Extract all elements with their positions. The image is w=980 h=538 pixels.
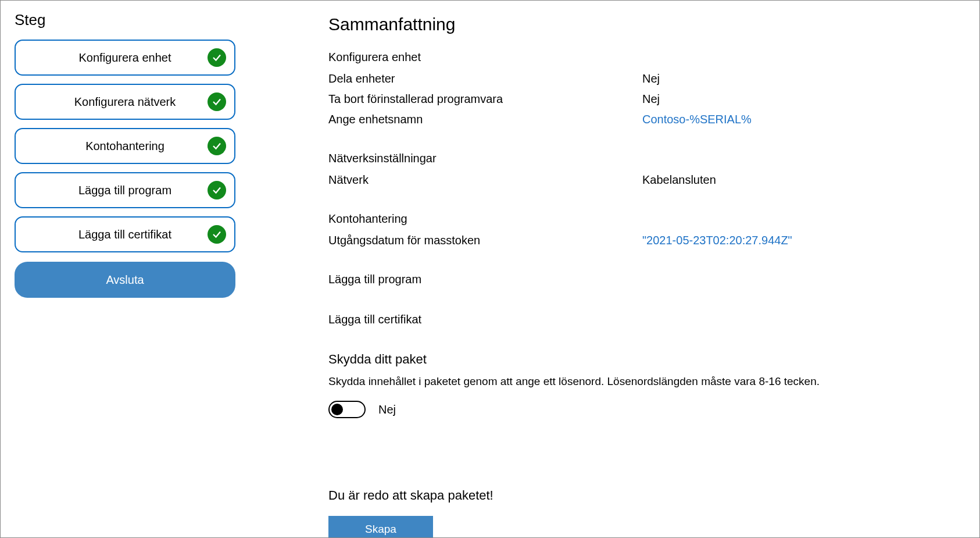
value-device-name: Contoso-%SERIAL%	[642, 113, 752, 126]
section-configure-device-title: Konfigurera enhet	[328, 51, 965, 64]
protect-package-section: Skydda ditt paket Skydda innehållet i pa…	[328, 352, 965, 418]
check-icon	[208, 48, 226, 67]
step-account-management[interactable]: Kontohantering	[15, 128, 235, 164]
step-add-programs[interactable]: Lägga till program	[15, 172, 235, 208]
row-device-name: Ange enhetsnamn Contoso-%SERIAL%	[328, 113, 965, 126]
label-remove-preinstalled: Ta bort förinstallerad programvara	[328, 92, 642, 106]
section-network-title: Nätverksinställningar	[328, 152, 965, 165]
value-remove-preinstalled: Nej	[642, 92, 660, 106]
section-add-certificates-title: Lägga till certifikat	[328, 313, 965, 326]
step-configure-device[interactable]: Konfigurera enhet	[15, 40, 235, 76]
label-device-name: Ange enhetsnamn	[328, 113, 642, 126]
protect-toggle[interactable]	[328, 401, 366, 418]
label-network: Nätverk	[328, 173, 642, 187]
step-label: Lägga till certifikat	[78, 228, 171, 241]
protect-toggle-row: Nej	[328, 401, 965, 418]
row-remove-preinstalled: Ta bort förinstallerad programvara Nej	[328, 92, 965, 106]
summary-panel: Sammanfattning Konfigurera enhet Dela en…	[328, 11, 965, 527]
row-share-devices: Dela enheter Nej	[328, 72, 965, 85]
toggle-knob	[331, 404, 343, 415]
value-token-expiry: "2021-05-23T02:20:27.944Z"	[642, 234, 792, 247]
check-icon	[208, 181, 226, 199]
value-network: Kabelansluten	[642, 173, 716, 187]
steps-heading: Steg	[15, 11, 235, 29]
check-icon	[208, 225, 226, 244]
ready-message: Du är redo att skapa paketet!	[328, 488, 965, 503]
label-share-devices: Dela enheter	[328, 72, 642, 85]
page-title: Sammanfattning	[328, 15, 965, 34]
section-account-title: Kontohantering	[328, 212, 965, 226]
row-token-expiry: Utgångsdatum för masstoken "2021-05-23T0…	[328, 234, 965, 247]
step-label: Lägga till program	[78, 184, 171, 197]
protect-heading: Skydda ditt paket	[328, 352, 965, 367]
steps-sidebar: Steg Konfigurera enhet Konfigurera nätve…	[15, 11, 235, 527]
step-label: Konfigurera nätverk	[74, 95, 176, 109]
protect-description: Skydda innehållet i paketet genom att an…	[328, 375, 965, 388]
protect-toggle-label: Nej	[378, 403, 396, 416]
check-icon	[208, 137, 226, 155]
section-add-programs-title: Lägga till program	[328, 273, 965, 286]
finish-button[interactable]: Avsluta	[15, 262, 235, 298]
step-label: Konfigurera enhet	[78, 51, 171, 65]
check-icon	[208, 92, 226, 111]
step-configure-network[interactable]: Konfigurera nätverk	[15, 84, 235, 120]
ready-section: Du är redo att skapa paketet! Skapa	[328, 488, 965, 538]
step-label: Kontohantering	[85, 140, 164, 153]
create-button[interactable]: Skapa	[328, 516, 433, 538]
step-add-certificates[interactable]: Lägga till certifikat	[15, 216, 235, 252]
value-share-devices: Nej	[642, 72, 660, 85]
row-network: Nätverk Kabelansluten	[328, 173, 965, 187]
label-token-expiry: Utgångsdatum för masstoken	[328, 234, 642, 247]
